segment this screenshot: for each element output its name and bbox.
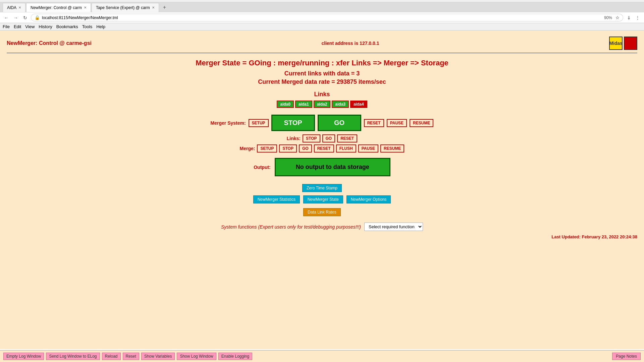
link-aida4[interactable]: aida4 [350,101,367,108]
data-link-rates-button[interactable]: Data Link Rates [303,208,340,216]
merger-go-button[interactable]: GO [318,115,361,131]
stat-buttons-row: NewMerger Statistics NewMerger State New… [7,194,637,204]
link-aida3[interactable]: aida3 [332,101,349,108]
tab-newmerger[interactable]: NewMerger: Control @ carm ✕ [26,3,91,12]
tab-new-button[interactable]: + [160,2,169,12]
system-fn-select[interactable]: Select required function [364,223,423,231]
logo-box2 [624,37,637,50]
lock-icon: 🔒 [35,15,40,20]
zero-time-stamp-row: Zero Time Stamp [7,183,637,193]
action-area: Zero Time Stamp NewMerger Statistics New… [7,183,637,217]
menu-history[interactable]: History [39,24,52,29]
tab-newmerger-label: NewMerger: Control @ carm [31,5,82,10]
links-control-row: Links: STOP GO RESET [7,134,637,142]
menu-file[interactable]: File [3,24,10,29]
tab-tape-close[interactable]: ✕ [152,6,155,9]
merger-stop-button[interactable]: STOP [271,115,315,131]
merger-system-label: Merger System: [211,120,246,126]
forward-button[interactable]: → [12,14,19,21]
merger-reset-button[interactable]: RESET [364,119,384,127]
merge-setup-button[interactable]: SETUP [257,144,277,153]
zoom-level: 90% [604,15,612,20]
menu-help[interactable]: Help [96,24,105,29]
page-header: NewMerger: Control @ carme-gsi client ad… [7,34,637,53]
merger-resume-button[interactable]: RESUME [410,119,433,127]
merge-stop-button[interactable]: STOP [279,144,297,153]
browser-menu: File Edit View History Bookmarks Tools H… [0,23,644,31]
data-link-rates-row: Data Link Rates [7,207,637,217]
nav-right: ⇓ ⋮ [625,14,641,21]
page-content: NewMerger: Control @ carme-gsi client ad… [0,31,644,349]
logo-area: Midas [609,37,637,50]
address-bar: 🔒 90% ☆ [31,14,623,21]
link-aida0[interactable]: aida0 [277,101,294,108]
back-button[interactable]: ← [3,14,10,21]
current-links-info: Current links with data = 3 [7,70,637,77]
links-row: aida0 aida1 aida2 aida3 aida4 [7,101,637,108]
address-input[interactable] [42,15,602,20]
menu-bar [0,0,644,2]
newmerger-statistics-button[interactable]: NewMerger Statistics [253,195,300,203]
newmerger-options-button[interactable]: NewMerger Options [346,195,391,203]
links-label: Links: [287,136,301,141]
midas-logo: Midas [609,37,623,50]
system-functions-row: System functions (Expert users only for … [7,223,637,231]
tab-aida[interactable]: AIDA ✕ [3,3,25,12]
last-updated: Last Updated: February 23, 2022 20:24:38 [7,234,637,253]
links-stop-button[interactable]: STOP [303,134,320,142]
star-icon[interactable]: ☆ [615,15,620,20]
tab-aida-close[interactable]: ✕ [18,6,21,9]
client-address: client address is 127.0.0.1 [321,41,379,46]
merge-label: Merge: [240,146,255,151]
link-aida2[interactable]: aida2 [314,101,331,108]
system-fn-text: System functions (Expert users only for … [221,224,361,230]
nav-bar: ← → ↻ 🔒 90% ☆ ⇓ ⋮ [0,12,644,23]
links-title: Links [7,91,637,98]
newmerger-state-button[interactable]: NewMerger State [303,195,343,203]
menu-bookmarks[interactable]: Bookmarks [56,24,78,29]
download-button[interactable]: ⇓ [625,14,633,21]
reload-button[interactable]: ↻ [21,14,29,21]
tab-aida-label: AIDA [7,5,16,10]
merge-resume-button[interactable]: RESUME [380,144,404,153]
tab-tape[interactable]: Tape Service (Expert) @ carm ✕ [92,3,159,12]
merge-flush-button[interactable]: FLUSH [336,144,356,153]
page-title: NewMerger: Control @ carme-gsi [7,40,92,46]
zero-time-stamp-button[interactable]: Zero Time Stamp [302,184,342,192]
tab-newmerger-close[interactable]: ✕ [84,6,87,9]
merge-go-button[interactable]: GO [299,144,312,153]
merger-system-row: Merger System: SETUP STOP GO RESET PAUSE… [7,115,637,131]
merger-setup-button[interactable]: SETUP [249,119,269,127]
output-label: Output: [254,165,271,170]
menu-edit[interactable]: Edit [14,24,21,29]
links-go-button[interactable]: GO [322,134,335,142]
tab-bar: AIDA ✕ NewMerger: Control @ carm ✕ Tape … [0,2,644,12]
menu-tools[interactable]: Tools [82,24,92,29]
output-row: Output: No output to data storage [7,158,637,176]
merge-control-row: Merge: SETUP STOP GO RESET FLUSH PAUSE R… [7,144,637,153]
output-button[interactable]: No output to data storage [275,158,390,176]
merger-state-line: Merger State = GOing : merge/running : x… [7,59,637,67]
merger-pause-button[interactable]: PAUSE [387,119,407,127]
links-section: Links aida0 aida1 aida2 aida3 aida4 [7,91,637,108]
menu-view[interactable]: View [25,24,35,29]
link-aida1[interactable]: aida1 [295,101,312,108]
links-reset-button[interactable]: RESET [337,134,357,142]
merge-reset-button[interactable]: RESET [314,144,334,153]
current-rate-info: Current Merged data rate = 293875 items/… [7,78,637,85]
merge-pause-button[interactable]: PAUSE [358,144,378,153]
more-button[interactable]: ⋮ [634,14,641,21]
tab-tape-label: Tape Service (Expert) @ carm [96,5,150,10]
